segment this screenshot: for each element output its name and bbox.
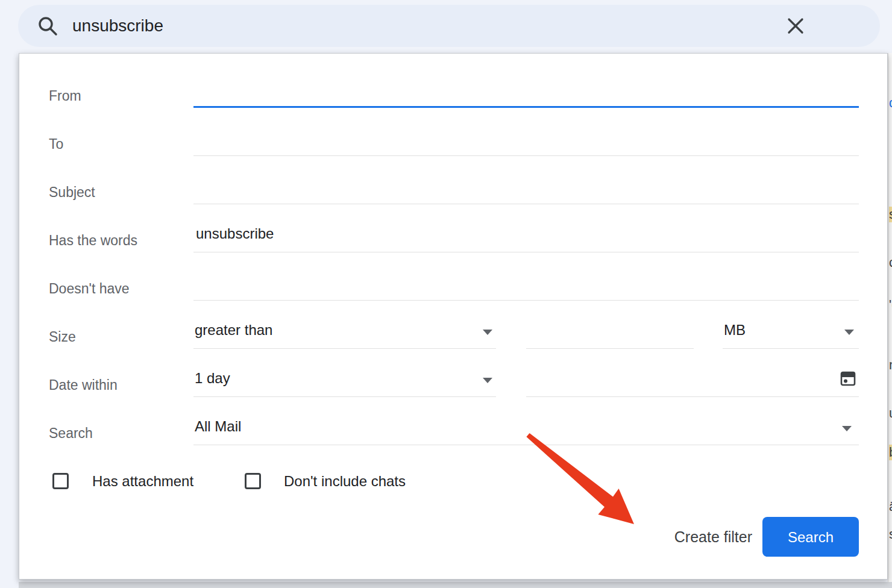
size-unit-dropdown[interactable]: MB	[723, 313, 859, 349]
search-scope-label: Search	[49, 424, 93, 443]
from-label: From	[49, 86, 81, 105]
background-text-fragment: s	[889, 207, 892, 222]
has-words-input[interactable]: unsubscribe	[193, 216, 859, 252]
create-filter-button[interactable]: Create filter	[626, 519, 752, 555]
chevron-down-icon	[483, 378, 492, 383]
background-text-fragment: b	[889, 445, 892, 460]
chevron-down-icon	[844, 330, 854, 335]
from-input[interactable]	[193, 72, 859, 108]
size-unit-value: MB	[724, 322, 746, 338]
search-scope-value: All Mail	[195, 418, 241, 434]
background-content-strip: d s c 'e n u b ä s	[888, 53, 892, 582]
background-text-fragment: 'e	[889, 297, 892, 313]
to-input[interactable]	[193, 120, 859, 156]
size-amount-input[interactable]	[526, 313, 694, 349]
size-label: Size	[49, 327, 76, 346]
doesnt-have-label: Doesn't have	[49, 279, 130, 298]
chevron-down-icon	[483, 330, 492, 335]
size-operator-dropdown[interactable]: greater than	[193, 313, 496, 349]
has-words-label: Has the words	[49, 231, 137, 250]
background-text-fragment: d	[889, 95, 892, 111]
panel-bottom-shadow	[19, 582, 892, 588]
search-scope-dropdown[interactable]: All Mail	[193, 409, 859, 445]
advanced-search-panel: From To Subject Has the words unsubscrib…	[19, 53, 888, 580]
dont-include-chats-label: Don't include chats	[284, 472, 406, 491]
date-range-dropdown[interactable]: 1 day	[193, 361, 496, 397]
background-text-fragment: n	[889, 357, 892, 373]
search-bar[interactable]: unsubscribe	[18, 5, 880, 47]
close-icon[interactable]	[786, 16, 805, 36]
dont-include-chats-checkbox[interactable]	[245, 473, 261, 489]
subject-label: Subject	[49, 183, 95, 202]
date-input[interactable]	[526, 361, 859, 397]
size-operator-value: greater than	[195, 322, 272, 338]
search-icon	[37, 16, 58, 36]
background-text-fragment: s	[889, 527, 892, 542]
has-attachment-checkbox[interactable]	[52, 473, 69, 489]
background-text-fragment: ä	[889, 499, 892, 514]
search-input[interactable]: unsubscribe	[72, 16, 786, 36]
has-attachment-label: Has attachment	[92, 472, 193, 491]
background-text-fragment: c	[889, 255, 892, 271]
search-button[interactable]: Search	[762, 517, 859, 557]
subject-input[interactable]	[193, 168, 859, 204]
background-text-fragment: u	[889, 405, 892, 421]
to-label: To	[49, 134, 63, 154]
date-range-value: 1 day	[195, 370, 230, 386]
date-within-label: Date within	[49, 375, 118, 395]
doesnt-have-input[interactable]	[193, 264, 859, 301]
chevron-down-icon	[842, 426, 852, 431]
calendar-icon[interactable]	[840, 370, 856, 387]
